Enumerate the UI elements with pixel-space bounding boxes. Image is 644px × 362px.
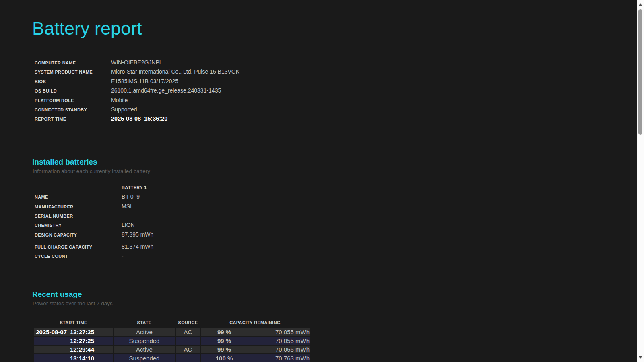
info-row-connected-standby: CONNECTED STANDBY Supported <box>32 105 644 114</box>
start-time-cell: 2025-08-0712:27:25 <box>34 328 113 337</box>
battery-column-header: BATTERY 1 <box>122 183 147 192</box>
battery-report-page: Battery report COMPUTER NAME WIN-OIEBE2G… <box>0 18 644 362</box>
info-value: BIF0_9 <box>122 192 140 202</box>
info-label: OS BUILD <box>32 86 111 96</box>
capacity-percent-cell: 99 % <box>200 328 248 337</box>
capacity-percent-cell: 100 % <box>200 354 248 362</box>
state-cell: Suspended <box>113 336 175 345</box>
battery-row-full-charge-capacity: FULL CHARGE CAPACITY 81,374 mWh <box>32 242 644 251</box>
info-row-bios: BIOS E1585IMS.11B 03/17/2025 <box>32 77 644 86</box>
info-value: MSI <box>122 202 132 211</box>
info-label: PLATFORM ROLE <box>32 96 111 105</box>
info-label: COMPUTER NAME <box>32 58 111 68</box>
info-value: LION <box>122 220 135 230</box>
start-time-cell: 13:14:10 <box>34 354 113 362</box>
info-label: BIOS <box>32 77 111 86</box>
battery-row-chemistry: CHEMISTRY LION <box>32 220 644 230</box>
usage-table-header-row: START TIME STATE SOURCE CAPACITY REMAINI… <box>34 319 310 328</box>
usage-row: 2025-08-0712:27:25 Active AC 99 % 70,055… <box>34 328 310 337</box>
capacity-mwh-cell: 70,055 mWh <box>248 328 310 337</box>
page-title: Battery report <box>32 18 644 39</box>
scrollbar-up-arrow-icon[interactable] <box>639 3 642 6</box>
info-label: CYCLE COUNT <box>32 252 122 261</box>
start-date: 2025-08-07 <box>34 329 67 335</box>
info-value: Micro-Star International Co., Ltd. Pulse… <box>111 67 239 76</box>
start-time-cell: 12:27:25 <box>34 336 113 345</box>
info-label: CONNECTED STANDBY <box>32 105 111 115</box>
vertical-scrollbar[interactable] <box>637 0 644 362</box>
capacity-percent-cell: 99 % <box>200 345 248 354</box>
scrollbar-down-arrow-icon[interactable] <box>639 356 642 359</box>
battery-row-serial-number: SERIAL NUMBER - <box>32 211 644 220</box>
column-header-start-time: START TIME <box>34 319 113 328</box>
battery-row-name: NAME BIF0_9 <box>32 192 644 202</box>
battery-row-design-capacity: DESIGN CAPACITY 87,395 mWh <box>32 230 644 239</box>
info-value: - <box>122 251 124 261</box>
info-value: 81,374 mWh <box>122 242 153 251</box>
battery-row-cycle-count: CYCLE COUNT - <box>32 251 644 261</box>
usage-row: 12:27:25 Suspended 99 % 70,055 mWh <box>34 336 310 345</box>
info-row-system-product-name: SYSTEM PRODUCT NAME Micro-Star Internati… <box>32 67 644 76</box>
info-value: WIN-OIEBE2GJNPL <box>111 58 163 67</box>
recent-usage-table: START TIME STATE SOURCE CAPACITY REMAINI… <box>34 319 310 362</box>
installed-batteries-heading: Installed batteries <box>32 157 644 167</box>
info-value: - <box>122 211 124 220</box>
capacity-mwh-cell: 70,763 mWh <box>248 354 310 362</box>
info-row-platform-role: PLATFORM ROLE Mobile <box>32 96 644 105</box>
info-label: REPORT TIME <box>32 115 111 124</box>
state-cell: Suspended <box>113 354 175 362</box>
start-time: 12:27:25 <box>70 337 94 344</box>
info-label: CHEMISTRY <box>32 221 122 230</box>
column-header-source: SOURCE <box>175 319 200 328</box>
installed-batteries-subtitle: Information about each currently install… <box>33 168 644 175</box>
column-header-state: STATE <box>113 319 175 328</box>
recent-usage-subtitle: Power states over the last 7 days <box>33 300 644 307</box>
source-cell <box>175 336 200 345</box>
info-label: SYSTEM PRODUCT NAME <box>32 68 111 77</box>
info-value: Mobile <box>111 96 128 105</box>
scrollbar-thumb[interactable] <box>638 9 642 135</box>
report-time-value: 2025-08-08 15:36:20 <box>111 114 167 123</box>
capacity-mwh-cell: 70,055 mWh <box>248 345 310 354</box>
source-cell: AC <box>175 345 200 354</box>
capacity-percent-cell: 99 % <box>200 336 248 345</box>
capacity-mwh-cell: 70,055 mWh <box>248 336 310 345</box>
info-row-computer-name: COMPUTER NAME WIN-OIEBE2GJNPL <box>32 58 644 67</box>
info-value: Supported <box>111 105 137 114</box>
info-label: SERIAL NUMBER <box>32 212 122 221</box>
state-cell: Active <box>113 345 175 354</box>
info-label: DESIGN CAPACITY <box>32 230 122 240</box>
start-time: 12:29:44 <box>70 346 94 353</box>
info-label: FULL CHARGE CAPACITY <box>32 243 122 252</box>
info-label: NAME <box>32 193 122 202</box>
system-info-grid: COMPUTER NAME WIN-OIEBE2GJNPL SYSTEM PRO… <box>32 58 644 124</box>
state-cell: Active <box>113 328 175 337</box>
start-time-cell: 12:29:44 <box>34 345 113 354</box>
source-cell: AC <box>175 328 200 337</box>
start-time: 12:27:25 <box>70 329 94 335</box>
usage-row: 13:14:10 Suspended 100 % 70,763 mWh <box>34 354 310 362</box>
battery-column-header-row: BATTERY 1 <box>32 183 644 192</box>
recent-usage-heading: Recent usage <box>32 290 644 299</box>
info-value: E1585IMS.11B 03/17/2025 <box>111 77 178 86</box>
info-row-report-time: REPORT TIME 2025-08-08 15:36:20 <box>32 114 644 123</box>
battery-info-grid: BATTERY 1 NAME BIF0_9 MANUFACTURER MSI S… <box>32 183 644 261</box>
info-label: MANUFACTURER <box>32 202 122 212</box>
usage-row: 12:29:44 Active AC 99 % 70,055 mWh <box>34 345 310 354</box>
start-time: 13:14:10 <box>70 355 94 362</box>
battery-row-manufacturer: MANUFACTURER MSI <box>32 202 644 211</box>
info-value: 87,395 mWh <box>122 230 153 239</box>
column-header-capacity-remaining: CAPACITY REMAINING <box>200 319 310 328</box>
source-cell <box>175 354 200 362</box>
info-row-os-build: OS BUILD 26100.1.amd64fre.ge_release.240… <box>32 86 644 95</box>
info-value: 26100.1.amd64fre.ge_release.240331-1435 <box>111 86 221 95</box>
